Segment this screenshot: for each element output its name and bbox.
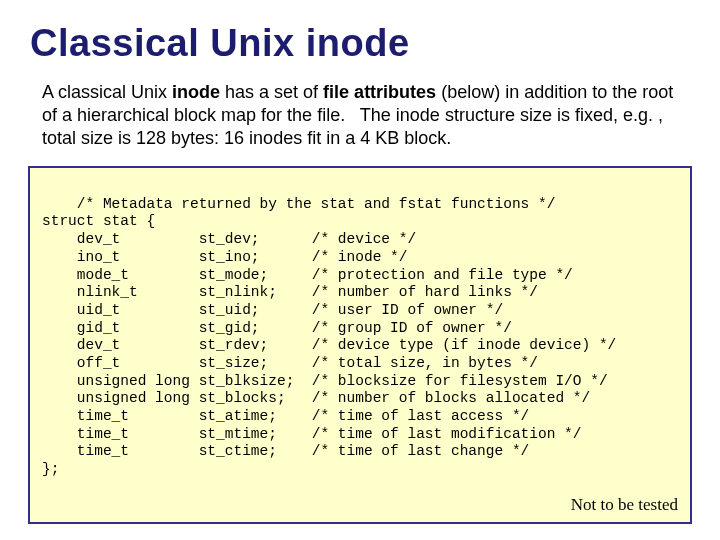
slide-title: Classical Unix inode: [30, 22, 692, 65]
body-seg-0: A classical Unix: [42, 82, 172, 102]
body-seg-1-bold: inode: [172, 82, 220, 102]
code-block: /* Metadata returned by the stat and fst…: [28, 166, 692, 524]
code-text: /* Metadata returned by the stat and fst…: [42, 196, 616, 477]
slide: Classical Unix inode A classical Unix in…: [0, 0, 720, 540]
not-to-be-tested-note: Not to be tested: [571, 495, 678, 516]
body-seg-3-bold: file attributes: [323, 82, 436, 102]
slide-body: A classical Unix inode has a set of file…: [42, 81, 682, 150]
body-seg-2: has a set of: [220, 82, 323, 102]
